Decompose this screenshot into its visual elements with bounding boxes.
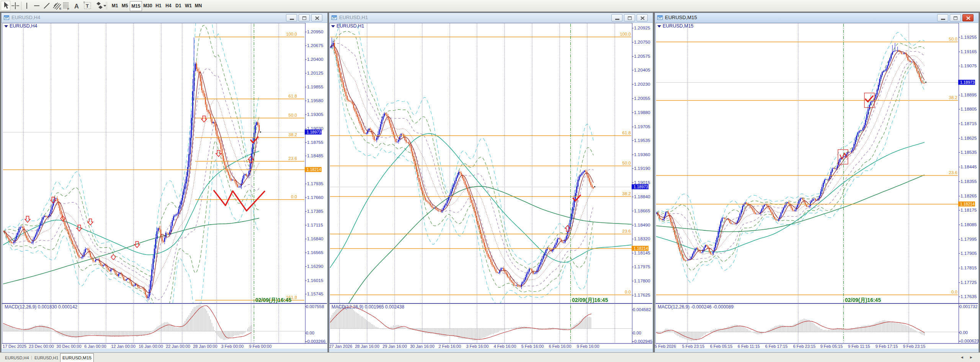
- svg-text:F: F: [67, 7, 69, 11]
- svg-text:T: T: [86, 3, 89, 9]
- svg-text:E: E: [59, 7, 62, 10]
- svg-text:A: A: [74, 3, 79, 10]
